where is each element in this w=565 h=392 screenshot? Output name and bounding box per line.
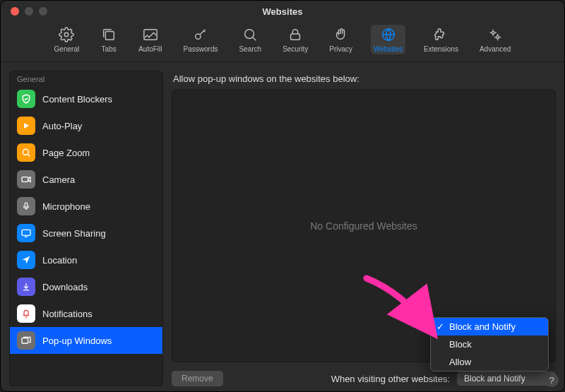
location-arrow-icon — [17, 251, 35, 269]
shield-check-icon — [17, 90, 35, 108]
tab-label: Websites — [374, 45, 403, 53]
sidebar-item-label: Screen Sharing — [42, 228, 106, 239]
sidebar-heading: General — [10, 71, 162, 85]
svg-point-0 — [65, 32, 69, 37]
autofill-icon — [142, 26, 159, 43]
lock-icon — [287, 26, 304, 43]
camera-icon — [17, 170, 35, 189]
tab-general[interactable]: General — [52, 25, 83, 54]
svg-rect-12 — [22, 230, 30, 235]
dropdown-option-block[interactable]: Block — [431, 335, 548, 353]
windows-icon — [17, 331, 35, 350]
dropdown-option-allow[interactable]: Allow — [431, 353, 548, 371]
window-title: Websites — [1, 6, 564, 17]
sidebar-item-label: Camera — [42, 174, 75, 185]
sidebar-item-location[interactable]: Location — [10, 247, 162, 273]
dropdown-option-block-and-notify[interactable]: ✓ Block and Notify — [431, 318, 548, 335]
panel-description: Allow pop-up windows on the websites bel… — [173, 73, 556, 84]
svg-rect-1 — [106, 31, 114, 40]
checkmark-icon: ✓ — [436, 321, 444, 332]
tab-label: Tabs — [102, 45, 117, 53]
sidebar-item-popup-windows[interactable]: Pop-up Windows — [10, 327, 162, 354]
sidebar-item-notifications[interactable]: Notifications — [10, 300, 162, 327]
bell-icon — [17, 304, 35, 323]
globe-icon — [380, 26, 397, 43]
sidebar-item-screen-sharing[interactable]: Screen Sharing — [10, 220, 162, 247]
dropdown-option-label: Block and Notify — [449, 321, 516, 332]
dropdown-option-label: Allow — [449, 357, 471, 367]
panel-footer: Remove When visiting other websites: Blo… — [172, 371, 556, 386]
sidebar-item-auto-play[interactable]: Auto-Play — [10, 112, 162, 139]
tab-label: Security — [282, 45, 308, 53]
preferences-window: Websites General Tabs AutoFill Passwords… — [0, 0, 565, 392]
remove-button[interactable]: Remove — [172, 371, 223, 386]
select-value: Block and Notify — [464, 374, 525, 384]
tab-label: Extensions — [424, 45, 458, 53]
tab-autofill[interactable]: AutoFill — [136, 25, 165, 54]
sidebar-item-label: Page Zoom — [42, 148, 90, 158]
sidebar-item-page-zoom[interactable]: Page Zoom — [10, 139, 162, 166]
tab-label: AutoFill — [138, 45, 162, 53]
svg-point-4 — [245, 30, 254, 39]
tab-advanced[interactable]: Advanced — [477, 25, 513, 54]
tabs-icon — [100, 26, 117, 43]
policy-select[interactable]: Block and Notify — [457, 372, 556, 386]
question-mark-icon: ? — [549, 375, 554, 386]
sidebar-item-label: Auto-Play — [42, 121, 82, 131]
sidebar: General Content Blockers Auto-Play Page … — [9, 71, 163, 386]
policy-dropdown-menu: ✓ Block and Notify Block Allow — [430, 317, 549, 372]
tab-label: Passwords — [184, 45, 218, 53]
search-icon — [242, 26, 258, 43]
puzzle-icon — [432, 26, 449, 43]
tab-label: Advanced — [480, 45, 511, 53]
sidebar-item-label: Downloads — [42, 282, 88, 292]
svg-point-8 — [496, 36, 499, 39]
when-visiting-label: When visiting other websites: — [331, 374, 450, 384]
sidebar-item-label: Location — [42, 255, 77, 266]
sidebar-item-label: Microphone — [42, 201, 90, 212]
tab-passwords[interactable]: Passwords — [181, 25, 221, 54]
zoom-icon — [17, 143, 35, 162]
tab-label: Search — [239, 45, 261, 53]
tab-security[interactable]: Security — [280, 25, 311, 54]
svg-rect-11 — [25, 203, 28, 207]
svg-rect-13 — [22, 338, 28, 343]
tab-search[interactable]: Search — [236, 25, 264, 54]
tab-label: General — [54, 45, 80, 53]
preferences-toolbar: General Tabs AutoFill Passwords Search S… — [1, 22, 564, 62]
svg-rect-5 — [291, 34, 300, 40]
key-icon — [192, 26, 209, 43]
sidebar-item-label: Pop-up Windows — [42, 335, 112, 346]
sidebar-item-label: Content Blockers — [42, 94, 112, 105]
gears-icon — [487, 26, 504, 43]
svg-point-9 — [23, 149, 28, 155]
titlebar: Websites — [1, 1, 564, 22]
svg-point-3 — [196, 34, 201, 39]
hand-icon — [333, 26, 350, 43]
dropdown-option-label: Block — [449, 339, 472, 350]
play-icon — [17, 117, 35, 135]
tab-label: Privacy — [329, 45, 352, 53]
gear-icon — [58, 26, 75, 43]
svg-rect-10 — [22, 177, 28, 182]
sidebar-item-camera[interactable]: Camera — [10, 166, 162, 193]
download-icon — [17, 278, 35, 296]
svg-point-7 — [492, 31, 495, 34]
empty-state-text: No Configured Websites — [310, 220, 417, 232]
sidebar-item-microphone[interactable]: Microphone — [10, 193, 162, 220]
help-button[interactable]: ? — [545, 373, 559, 387]
microphone-icon — [17, 197, 35, 215]
sidebar-item-label: Notifications — [42, 309, 93, 319]
sidebar-item-downloads[interactable]: Downloads — [10, 273, 162, 300]
tab-privacy[interactable]: Privacy — [326, 25, 355, 54]
tab-websites[interactable]: Websites — [371, 25, 405, 54]
sidebar-item-content-blockers[interactable]: Content Blockers — [10, 85, 162, 112]
screen-share-icon — [17, 224, 35, 242]
tab-tabs[interactable]: Tabs — [97, 25, 120, 54]
tab-extensions[interactable]: Extensions — [421, 25, 461, 54]
